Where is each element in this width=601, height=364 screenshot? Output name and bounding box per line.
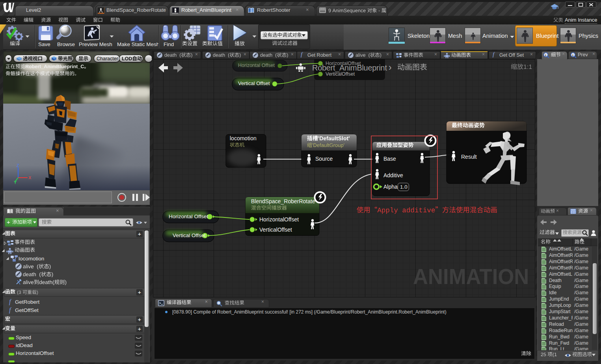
svg-text:Z: Z xyxy=(17,163,19,168)
svg-text:X: X xyxy=(28,175,31,180)
svg-text:Y: Y xyxy=(14,180,17,184)
